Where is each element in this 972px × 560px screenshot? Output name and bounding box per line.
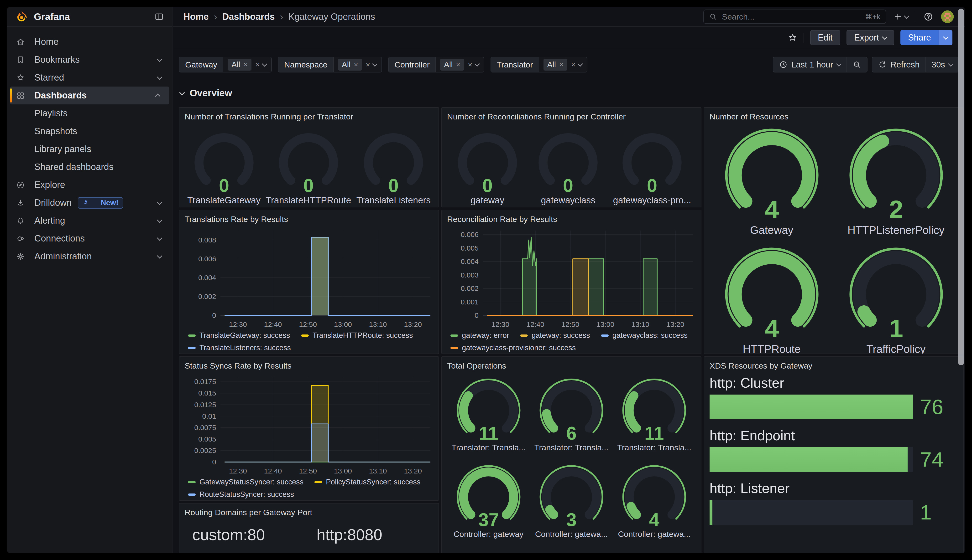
legend-item[interactable]: PolicyStatusSyncer: success [314, 478, 420, 486]
share-button[interactable]: Share [900, 30, 939, 45]
time-series-chart[interactable]: 00.0010.0020.0030.0040.0050.00612:3012:4… [447, 225, 696, 331]
gauge-grid: 11Translator: Transla...6Translator: Tra… [447, 375, 696, 539]
plus-icon [893, 12, 902, 21]
bar-value: 76 [913, 395, 958, 419]
legend-item[interactable]: TranslateGateway: success [188, 331, 290, 340]
svg-text:13:20: 13:20 [404, 467, 422, 475]
refresh-interval-button[interactable]: 30s [925, 57, 959, 72]
breadcrumb-item: Kgateway Operations [289, 12, 375, 22]
sidebar-item-library-panels[interactable]: Library panels [7, 140, 172, 158]
gauge-label: TranslateListeners [356, 195, 431, 205]
clear-filter-icon[interactable]: × [255, 60, 260, 69]
svg-text:0.004: 0.004 [198, 274, 216, 282]
svg-text:0.002: 0.002 [198, 293, 216, 300]
share-dropdown-button[interactable] [939, 30, 952, 45]
chart-legend: gateway: errorgateway: successgatewaycla… [447, 331, 696, 352]
bar-label: http: Listener [710, 480, 958, 496]
zoom-out-button[interactable] [847, 57, 867, 72]
svg-text:0: 0 [388, 175, 399, 196]
gauge-label: Controller: gatewa... [618, 530, 690, 539]
search-box[interactable]: ⌘+k [703, 10, 886, 24]
favorite-star-icon[interactable] [788, 33, 797, 42]
legend-item[interactable]: gatewayclass-provisioner: success [451, 343, 576, 352]
legend-item[interactable]: gateway: error [451, 331, 509, 340]
filter-value-chip[interactable]: All× [440, 58, 464, 70]
sidebar-item-label: Starred [34, 72, 64, 83]
new-badge: New! [78, 197, 123, 208]
legend-swatch [601, 335, 609, 337]
svg-text:37: 37 [478, 510, 499, 530]
search-input[interactable] [721, 12, 860, 22]
chevron-down-icon [157, 217, 162, 223]
legend-item[interactable]: RouteStatusSyncer: success [188, 490, 294, 499]
svg-text:6: 6 [566, 423, 576, 443]
avatar[interactable] [940, 10, 954, 23]
filter-value-chip[interactable]: All× [338, 58, 362, 70]
sidebar-item-playlists[interactable]: Playlists [7, 104, 172, 122]
scrollbar-thumb[interactable] [958, 8, 964, 365]
svg-text:0.004: 0.004 [461, 257, 479, 265]
chevron-down-icon [882, 34, 888, 40]
collapse-sidebar-icon[interactable] [154, 12, 164, 22]
export-button[interactable]: Export [847, 30, 894, 45]
legend-item[interactable]: TranslateListeners: success [188, 343, 291, 352]
sidebar-item-starred[interactable]: Starred [7, 69, 172, 87]
sidebar-item-connections[interactable]: Connections [7, 230, 172, 247]
chevron-down-icon [157, 56, 162, 62]
compass-icon [16, 181, 26, 189]
time-series-chart[interactable]: 00.0020.0040.0060.00812:3012:4012:5013:0… [185, 225, 433, 331]
panel-status-syncs-rate: Status Syncs Rate by Results 00.00250.00… [179, 357, 439, 501]
sidebar-item-administration[interactable]: Administration [7, 247, 172, 265]
filter-value-chip[interactable]: All× [543, 58, 567, 70]
legend-swatch [188, 335, 195, 337]
breadcrumb-item[interactable]: Home [184, 12, 209, 22]
remove-value-icon[interactable]: × [559, 60, 564, 69]
panel-title: Translations Rate by Results [185, 215, 433, 224]
filter-namespace[interactable]: NamespaceAll×× [278, 57, 382, 72]
sidebar-item-drilldown[interactable]: DrilldownNew! [7, 194, 172, 212]
sidebar-item-home[interactable]: Home [7, 33, 172, 51]
chevron-down-icon [372, 61, 378, 67]
time-range-button[interactable]: Last 1 hour [773, 57, 847, 72]
legend-item[interactable]: TranslateHTTPRoute: success [301, 331, 413, 340]
svg-text:12:30: 12:30 [491, 320, 509, 328]
refresh-button[interactable]: Refresh [872, 57, 925, 72]
sidebar-item-dashboards[interactable]: Dashboards [10, 87, 169, 104]
legend-item[interactable]: GatewayStatusSyncer: success [188, 478, 304, 486]
filter-gateway[interactable]: GatewayAll×× [179, 57, 272, 72]
clear-filter-icon[interactable]: × [468, 60, 473, 69]
time-series-chart[interactable]: 00.00250.0050.00750.010.01250.0150.01751… [185, 372, 433, 477]
bar-fill [710, 500, 712, 525]
gauge-label: TranslateGateway [187, 195, 261, 205]
filter-value-chip[interactable]: All× [228, 58, 252, 70]
legend-swatch [451, 335, 458, 337]
section-overview-toggle[interactable]: Overview [180, 88, 232, 98]
legend-item[interactable]: gatewayclass: success [601, 331, 688, 340]
sidebar-item-snapshots[interactable]: Snapshots [7, 122, 172, 140]
stat-value: custom:80 [185, 526, 309, 544]
remove-value-icon[interactable]: × [354, 60, 358, 69]
add-new-button[interactable] [893, 12, 909, 21]
clear-filter-icon[interactable]: × [571, 60, 576, 69]
help-button[interactable] [924, 12, 934, 22]
gauge: 37Controller: gateway [453, 462, 524, 539]
remove-value-icon[interactable]: × [244, 60, 248, 69]
sidebar-item-explore[interactable]: Explore [7, 176, 172, 194]
filter-label: Translator [491, 57, 539, 72]
legend-item[interactable]: gateway: success [520, 331, 590, 340]
filter-controller[interactable]: ControllerAll×× [388, 57, 484, 72]
remove-value-icon[interactable]: × [456, 60, 461, 69]
edit-button[interactable]: Edit [810, 30, 840, 45]
sidebar-item-alerting[interactable]: Alerting [7, 212, 172, 230]
legend-swatch [188, 347, 195, 349]
search-shortcut: ⌘+k [865, 12, 880, 21]
panel-xds-resources: XDS Resources by Gateway http: Cluster76… [704, 357, 964, 553]
bar-label: http: Cluster [710, 375, 958, 391]
gauge-label: Controller: gatewa... [535, 530, 608, 539]
gauge-label: HTTPRoute [743, 343, 801, 354]
breadcrumb-item[interactable]: Dashboards [222, 12, 275, 22]
filter-translator[interactable]: TranslatorAll×× [491, 57, 588, 72]
clear-filter-icon[interactable]: × [366, 60, 370, 69]
sidebar-item-shared-dashboards[interactable]: Shared dashboards [7, 158, 172, 176]
sidebar-item-bookmarks[interactable]: Bookmarks [7, 51, 172, 69]
